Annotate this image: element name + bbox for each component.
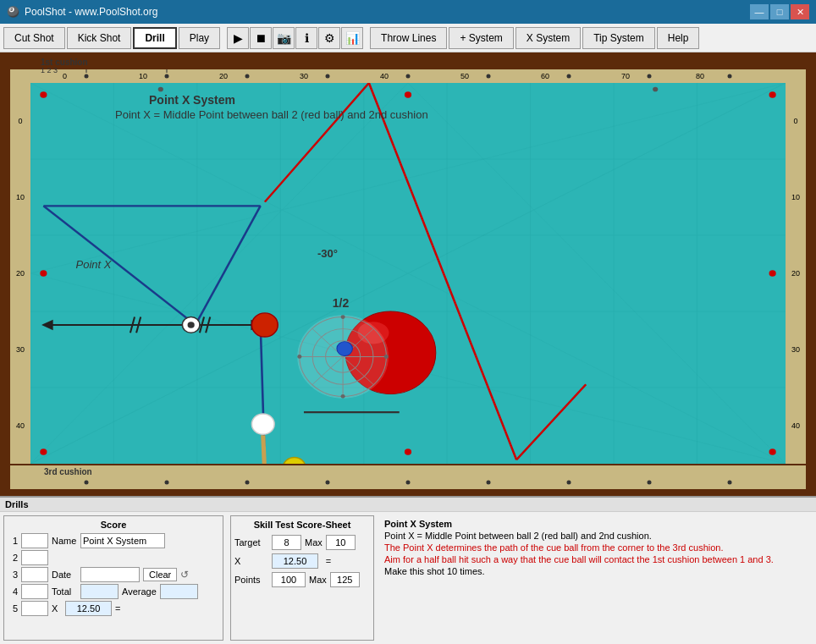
svg-line-60	[516, 384, 586, 460]
close-button[interactable]: ✕	[791, 4, 809, 19]
svg-point-8	[728, 74, 732, 79]
ruler-0: 0	[63, 72, 67, 80]
reset-icon[interactable]: ↺	[180, 569, 189, 581]
skill-section: Skill Test Score-Sheet Target Max X = Po…	[230, 515, 374, 641]
toolbar: Cut Shot Kick Shot Drill Play ▶ ⏹ 📷 ℹ ⚙ …	[0, 24, 816, 52]
svg-line-64	[263, 435, 266, 464]
stop-icon-button[interactable]: ⏹	[250, 27, 272, 49]
ruler-60: 60	[541, 72, 549, 80]
max-input-2[interactable]	[330, 572, 360, 587]
skill-x-row: X =	[234, 553, 370, 569]
points-input[interactable]	[272, 572, 306, 587]
max-label-2: Max	[309, 575, 327, 585]
ruler-bottom-svg	[10, 477, 806, 487]
info-icon-button[interactable]: ℹ	[295, 27, 317, 49]
svg-point-81	[406, 481, 411, 485]
ruler-10: 10	[139, 72, 147, 80]
equals-skill: =	[322, 556, 335, 566]
score-section: Score 1 Name 2 3	[3, 515, 223, 641]
right-ruler-0: 0	[793, 117, 797, 125]
throw-lines-button[interactable]: Throw Lines	[370, 27, 447, 49]
svg-point-72	[405, 449, 411, 455]
name-label: Name	[52, 536, 77, 546]
ruler-left: 0 10 20 30 40	[10, 83, 30, 464]
score-num-3: 3	[8, 570, 18, 580]
ruler-80: 80	[696, 72, 704, 80]
app-title: PoolShot - www.PoolShot.org	[25, 6, 157, 18]
svg-line-59	[369, 83, 516, 460]
desc-line2: The Point X determines the path of the c…	[384, 542, 809, 553]
svg-point-53	[341, 394, 345, 399]
desc-line3: Aim for a half ball hit such a way that …	[384, 554, 809, 564]
svg-point-77	[85, 481, 89, 485]
camera-icon-button[interactable]: 📷	[273, 27, 295, 49]
svg-point-5	[487, 74, 491, 79]
desc-line4: Make this shot 10 times.	[384, 566, 809, 576]
target-input[interactable]	[272, 535, 301, 550]
plus-system-button[interactable]: + System	[449, 27, 513, 49]
svg-point-83	[567, 481, 571, 485]
score-box-1[interactable]	[21, 533, 48, 548]
drill-button[interactable]: Drill	[133, 27, 176, 49]
score-num-5: 5	[8, 603, 18, 614]
minimize-button[interactable]: —	[750, 4, 769, 19]
svg-point-74	[769, 270, 776, 277]
stats-icon-button[interactable]: 📊	[341, 27, 363, 49]
score-row-total: 4 Total Average	[8, 584, 219, 599]
skill-target-row: Target Max	[234, 535, 370, 550]
name-input[interactable]	[80, 533, 165, 548]
settings-icon-button[interactable]: ⚙	[318, 27, 340, 49]
svg-point-2	[245, 74, 250, 79]
point-x-label: Point X	[76, 258, 112, 271]
ruler-20: 20	[219, 72, 228, 80]
description-section: Point X System Point X = Middle Point be…	[381, 515, 813, 641]
score-box-4[interactable]	[21, 584, 48, 599]
ruler-70: 70	[621, 72, 630, 80]
score-box-2[interactable]	[21, 550, 48, 565]
svg-point-56	[337, 342, 352, 356]
max-input-1[interactable]	[326, 535, 356, 550]
ruler-right: 0 10 20 30 40	[786, 83, 806, 464]
svg-point-79	[245, 481, 250, 485]
title-bar: 🎱 PoolShot - www.PoolShot.org — □ ✕	[0, 0, 816, 24]
equals-label: =	[115, 603, 120, 614]
score-num-4: 4	[8, 586, 18, 597]
right-ruler-40: 40	[791, 421, 800, 430]
score-num-2: 2	[8, 553, 18, 563]
svg-point-66	[188, 322, 195, 328]
score-row-x: 5 X =	[8, 601, 219, 616]
fraction-label: 1/2	[333, 296, 349, 310]
maximize-button[interactable]: □	[770, 4, 789, 19]
skill-title: Skill Test Score-Sheet	[234, 520, 370, 530]
svg-point-82	[487, 481, 491, 485]
ruler-50: 50	[460, 72, 469, 80]
play-icon-button[interactable]: ▶	[227, 27, 249, 49]
play-button[interactable]: Play	[179, 27, 220, 49]
svg-point-62	[251, 414, 274, 434]
tip-system-button[interactable]: Tip System	[582, 27, 655, 49]
help-button[interactable]: Help	[657, 27, 700, 49]
svg-point-52	[341, 315, 345, 319]
kick-shot-button[interactable]: Kick Shot	[67, 27, 132, 49]
score-box-3[interactable]	[21, 567, 48, 582]
svg-point-84	[648, 481, 652, 485]
left-ruler-10: 10	[16, 193, 25, 201]
average-input[interactable]	[160, 584, 198, 599]
x-value-skill[interactable]	[272, 553, 318, 569]
x-system-button[interactable]: X System	[516, 27, 581, 49]
svg-point-78	[165, 481, 169, 485]
clear-button[interactable]: Clear	[143, 568, 177, 581]
points-label: Points	[234, 575, 268, 585]
cut-shot-button[interactable]: Cut Shot	[3, 27, 65, 49]
total-input[interactable]	[80, 584, 119, 599]
date-input[interactable]	[80, 567, 140, 582]
score-rows: 1 Name 2 3 Date Clea	[8, 533, 219, 616]
score-box-5[interactable]	[21, 601, 48, 616]
bottom-panel: Drills Score 1 Name 2	[0, 496, 816, 644]
svg-point-85	[728, 481, 732, 485]
svg-point-73	[40, 270, 47, 277]
x-label: X	[52, 603, 62, 614]
x-value-input[interactable]	[65, 601, 112, 616]
svg-line-29	[30, 83, 408, 464]
svg-point-71	[405, 91, 411, 98]
